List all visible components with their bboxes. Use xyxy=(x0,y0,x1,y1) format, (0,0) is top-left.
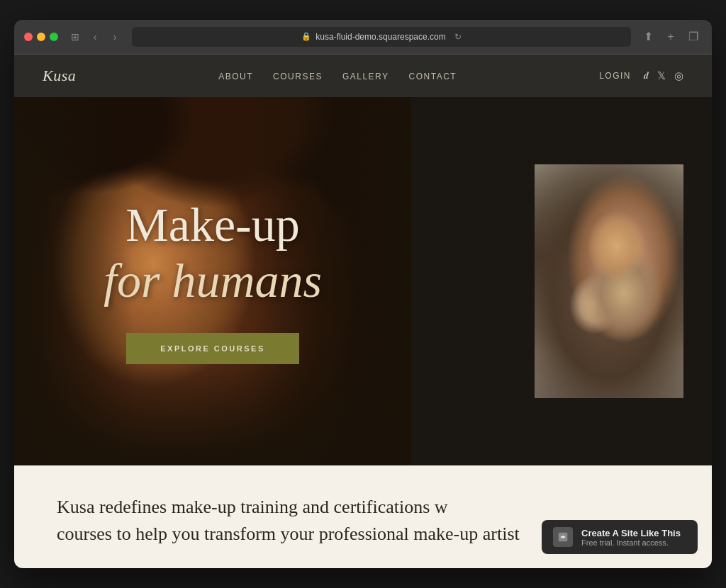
traffic-lights xyxy=(24,33,58,41)
twitter-icon[interactable]: 𝕏 xyxy=(657,69,666,82)
back-button[interactable]: ‹ xyxy=(86,28,104,45)
squarespace-logo xyxy=(553,527,573,547)
lock-icon: 🔒 xyxy=(301,32,311,41)
social-icons: 𝒅 𝕏 ◎ xyxy=(644,69,683,82)
below-hero-section: Kusa redefines make-up training and cert… xyxy=(14,465,712,568)
close-button[interactable] xyxy=(24,33,33,41)
squarespace-badge-text: Create A Site Like This Free trial. Inst… xyxy=(581,528,681,547)
refresh-icon[interactable]: ↻ xyxy=(454,32,462,42)
explore-courses-button[interactable]: EXPLORE COURSES xyxy=(126,333,299,364)
share-icon[interactable]: ⬆ xyxy=(640,28,657,45)
nav-contact[interactable]: CONTACT xyxy=(409,72,457,81)
instagram-icon[interactable]: ◎ xyxy=(674,69,683,82)
nav-links: ABOUT COURSES GALLERY CONTACT xyxy=(218,69,457,82)
minimize-button[interactable] xyxy=(37,33,45,41)
browser-nav: ⊞ ‹ › xyxy=(67,28,123,45)
nav-about[interactable]: ABOUT xyxy=(218,72,253,81)
forward-button[interactable]: › xyxy=(106,28,123,45)
browser-chrome: ⊞ ‹ › 🔒 kusa-fluid-demo.squarespace.com … xyxy=(14,20,712,55)
below-text-line1: Kusa redefines make-up training and cert… xyxy=(57,497,448,517)
hero-secondary-image xyxy=(535,164,683,398)
hero-title-italic: for humans xyxy=(104,254,322,307)
hero-title-main: Make-up xyxy=(125,198,299,251)
browser-window: ⊞ ‹ › 🔒 kusa-fluid-demo.squarespace.com … xyxy=(14,20,712,568)
below-text-line2: courses to help you transform your profe… xyxy=(57,524,520,544)
secondary-image-inner xyxy=(535,164,683,398)
site-logo[interactable]: Kusa xyxy=(43,67,76,85)
below-hero-text: Kusa redefines make-up training and cert… xyxy=(57,494,539,547)
badge-main-text: Create A Site Like This xyxy=(581,528,681,538)
fullscreen-button[interactable] xyxy=(50,33,58,41)
nav-gallery[interactable]: GALLERY xyxy=(342,72,389,81)
hero-section: Make-up for humans EXPLORE COURSES xyxy=(14,97,712,465)
squarespace-badge[interactable]: Create A Site Like This Free trial. Inst… xyxy=(542,520,698,554)
website: Kusa ABOUT COURSES GALLERY CONTACT LOGIN… xyxy=(14,55,712,568)
secondary-person xyxy=(535,164,683,398)
badge-sub-text: Free trial. Instant access. xyxy=(581,538,681,547)
copy-icon[interactable]: ❐ xyxy=(685,28,702,45)
tabs-icon[interactable]: ⊞ xyxy=(67,28,84,45)
browser-actions: ⬆ + ❐ xyxy=(640,28,702,45)
new-tab-icon[interactable]: + xyxy=(662,28,679,45)
tiktok-icon[interactable]: 𝒅 xyxy=(644,69,649,82)
url-text: kusa-fluid-demo.squarespace.com xyxy=(315,32,445,42)
nav-right: LOGIN 𝒅 𝕏 ◎ xyxy=(599,69,683,82)
login-link[interactable]: LOGIN xyxy=(599,71,631,81)
hero-content: Make-up for humans EXPLORE COURSES xyxy=(14,97,411,465)
site-nav: Kusa ABOUT COURSES GALLERY CONTACT LOGIN… xyxy=(14,55,712,97)
nav-courses[interactable]: COURSES xyxy=(273,72,323,81)
address-bar[interactable]: 🔒 kusa-fluid-demo.squarespace.com ↻ xyxy=(132,27,631,47)
